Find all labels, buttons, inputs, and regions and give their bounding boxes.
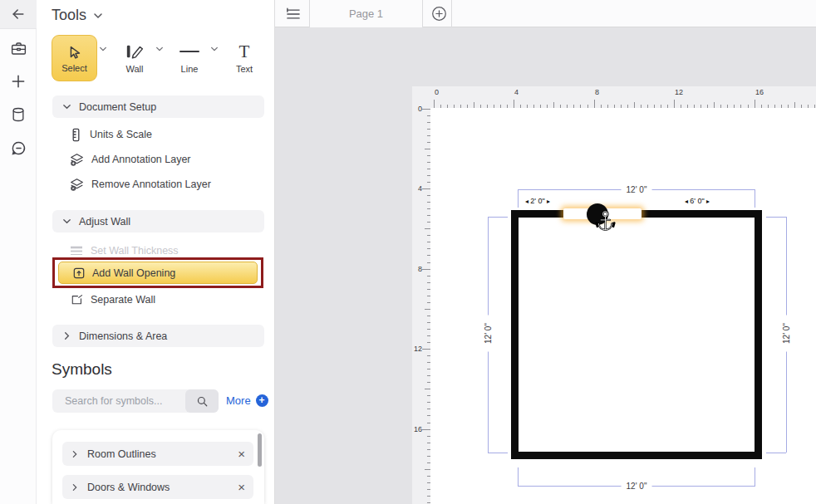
anchor-cursor-icon	[595, 209, 616, 235]
ruler-label: 16	[414, 425, 422, 433]
more-symbols-link[interactable]: More +	[226, 394, 268, 407]
select-tool-button[interactable]: Select	[52, 35, 97, 81]
dimension-extension	[766, 453, 786, 453]
ruler-icon	[70, 128, 82, 142]
select-tool-dropdown-icon[interactable]	[99, 45, 107, 53]
line-tool-button[interactable]: Line	[170, 35, 209, 81]
dimension-extension	[488, 453, 508, 453]
set-wall-thickness-item[interactable]: Set Wall Thickness	[70, 242, 179, 259]
ruler-label: 4	[514, 88, 519, 96]
chevron-down-icon[interactable]	[93, 11, 103, 21]
dimension-label-right: 12' 0"	[782, 316, 791, 352]
database-icon	[10, 106, 27, 123]
cursor-icon	[66, 43, 84, 61]
symbol-group-room-outlines[interactable]: Room Outlines ×	[62, 442, 253, 466]
plus-icon	[10, 73, 27, 90]
section-title: Adjust Wall	[79, 216, 130, 228]
ruler-label: 12	[675, 88, 683, 96]
add-annotation-layer-item[interactable]: Add Annotation Layer	[70, 151, 191, 168]
section-adjust-wall[interactable]: Adjust Wall	[52, 210, 264, 232]
chevron-down-icon	[62, 217, 71, 226]
horizontal-ruler: 0 4 8 12 16	[412, 86, 816, 108]
text-tool-label: Text	[236, 64, 253, 74]
dimension-label-bottom: 12' 0"	[622, 482, 652, 491]
vertical-ruler: 0 4 8 12 16	[412, 86, 430, 504]
chevron-right-icon[interactable]	[71, 483, 79, 492]
text-tool-button[interactable]: T Text	[225, 35, 263, 81]
ruler-label: 8	[414, 265, 422, 273]
room-walls[interactable]	[511, 210, 762, 459]
symbols-title: Symbols	[52, 360, 112, 379]
line-icon	[179, 42, 200, 61]
close-icon[interactable]: ×	[238, 448, 245, 460]
ruler-label: 0	[414, 105, 422, 113]
add-page-button[interactable]	[428, 5, 450, 22]
line-tool-dropdown-icon[interactable]	[210, 45, 219, 53]
remove-layer-icon	[70, 178, 84, 192]
opening-right-dimension: 6' 0"	[685, 197, 710, 205]
comments-button[interactable]	[0, 131, 37, 164]
units-scale-item[interactable]: Units & Scale	[70, 126, 152, 143]
dimension-label-top: 12' 0"	[622, 185, 652, 194]
dimension-extension	[518, 189, 519, 208]
separate-wall-label: Separate Wall	[91, 294, 155, 306]
search-icon	[196, 395, 209, 408]
dimension-extension	[488, 217, 508, 218]
ruler-label: 4	[414, 184, 422, 193]
add-layer-icon	[70, 153, 84, 167]
symbol-group-label: Room Outlines	[87, 448, 229, 460]
symbols-search-button[interactable]	[185, 389, 219, 413]
symbols-search-input[interactable]	[52, 389, 184, 413]
dimension-line-top: 12' 0"	[518, 189, 755, 190]
back-arrow-icon	[10, 6, 27, 22]
add-shape-button[interactable]	[0, 65, 37, 98]
tool-buttons-row: Select Wall Line T Text	[52, 35, 268, 85]
set-wall-thickness-label: Set Wall Thickness	[91, 245, 179, 257]
add-annotation-layer-label: Add Annotation Layer	[91, 154, 191, 165]
remove-annotation-layer-item[interactable]: Remove Annotation Layer	[70, 176, 211, 193]
dimension-label-left: 12' 0"	[484, 316, 493, 352]
icon-rail	[0, 0, 37, 504]
tab-page-1-label: Page 1	[349, 7, 383, 20]
data-button[interactable]	[0, 98, 37, 131]
text-tool-icon: T	[239, 42, 250, 61]
section-title: Document Setup	[79, 101, 156, 113]
wall-opening-icon	[73, 267, 85, 279]
wall-tool-label: Wall	[126, 64, 144, 74]
dimension-extension	[755, 467, 755, 486]
chevron-right-icon[interactable]	[71, 450, 79, 458]
ruler-label: 0	[435, 88, 439, 96]
section-document-setup[interactable]: Document Setup	[52, 95, 264, 118]
panel-title-text: Tools	[52, 7, 86, 24]
chevron-right-icon	[62, 331, 71, 340]
back-button[interactable]	[0, 0, 37, 29]
tools-panel: Tools Select Wall Line T Text Document S…	[37, 0, 274, 504]
panel-title: Tools	[52, 7, 103, 24]
separate-wall-item[interactable]: Separate Wall	[70, 291, 155, 308]
thickness-icon	[70, 246, 83, 256]
wall-tool-dropdown-icon[interactable]	[155, 45, 164, 53]
more-plus-icon: +	[256, 394, 268, 407]
wall-tool-button[interactable]: Wall	[116, 35, 154, 81]
symbols-card: Room Outlines × Doors & Windows ×	[52, 430, 264, 504]
close-icon[interactable]: ×	[238, 481, 245, 493]
ruler-label: 16	[755, 88, 764, 96]
ruler-label: 12	[414, 345, 422, 353]
symbol-group-doors-windows[interactable]: Doors & Windows ×	[62, 475, 253, 499]
symbols-scrollbar[interactable]	[258, 433, 262, 467]
section-dimensions-area[interactable]: Dimensions & Area	[52, 325, 264, 347]
more-symbols-label: More	[226, 394, 251, 407]
select-tool-label: Select	[61, 63, 87, 73]
separate-wall-icon	[70, 293, 83, 306]
line-tool-label: Line	[181, 64, 199, 74]
section-title: Dimensions & Area	[79, 330, 167, 342]
toolbox-button[interactable]	[0, 32, 37, 65]
drawing-page: 12' 0" 2' 0" 6' 0" 12' 0" 12' 0" 12' 0"	[430, 108, 816, 504]
dimension-extension	[766, 217, 786, 218]
page-list-icon	[286, 7, 301, 21]
canvas-area: Page 1 0 4 8 12 16 0 4 8 12 16 12' 0" 2'…	[274, 0, 816, 504]
page-list-button[interactable]	[283, 5, 303, 22]
add-wall-opening-button[interactable]: Add Wall Opening	[58, 262, 258, 284]
comment-icon	[10, 139, 27, 157]
tab-page-1[interactable]: Page 1	[309, 0, 423, 27]
